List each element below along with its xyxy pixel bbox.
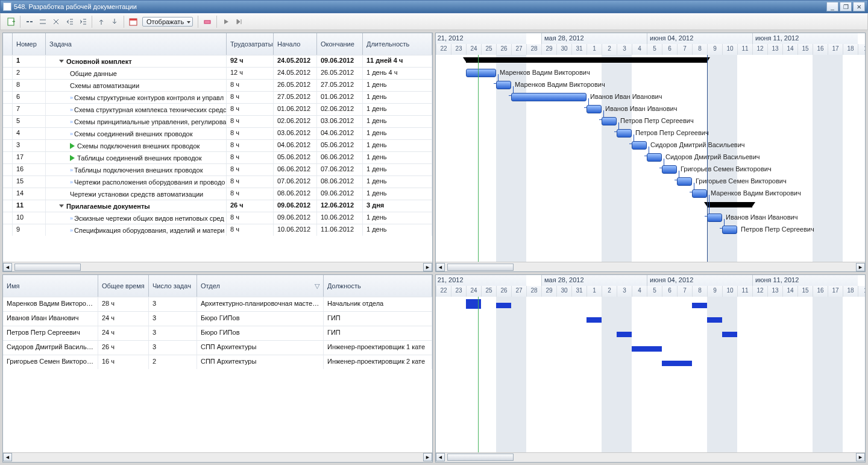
task-name[interactable]: »Схемы соединений внешних проводок (46, 128, 227, 139)
maximize-button[interactable]: ❐ (840, 2, 852, 11)
task-row[interactable]: 15»Чертежи расположения оборудования и п… (3, 176, 432, 188)
task-row[interactable]: 2Общие данные12 ч24.05.201226.05.20121 д… (3, 67, 432, 79)
close-button[interactable]: ✕ (853, 2, 865, 11)
indent-icon[interactable] (77, 16, 89, 28)
resource-row[interactable]: Петров Петр Сергеевич24 ч3Бюро ГИПовГИП (3, 326, 432, 340)
task-name[interactable]: Чертежи установки средств автоматизации (46, 188, 227, 200)
gantt-bar[interactable] (466, 69, 496, 77)
usage-bar[interactable] (662, 361, 677, 366)
play-icon[interactable] (220, 16, 232, 28)
move-down-icon[interactable] (108, 16, 121, 28)
usage-bar[interactable] (587, 317, 602, 323)
col-task[interactable]: Задача (46, 33, 227, 55)
col-end[interactable]: Окончание (317, 33, 363, 55)
scroll-thumb[interactable] (14, 264, 81, 271)
new-icon[interactable]: + (5, 16, 17, 28)
scroll-left-icon[interactable]: ◄ (3, 453, 12, 461)
filter-icon[interactable]: ▽ (315, 282, 319, 290)
task-name[interactable]: Схемы автоматизации (46, 80, 227, 91)
usage-bar[interactable] (632, 346, 647, 352)
task-row[interactable]: 4»Схемы соединений внешних проводок8 ч03… (3, 127, 432, 139)
scroll-left-icon[interactable]: ◄ (3, 263, 12, 271)
summary-bar[interactable] (707, 202, 752, 207)
row-handle[interactable] (3, 104, 13, 115)
display-combo[interactable]: Отображать (142, 17, 193, 27)
res-usage-scrollbar[interactable]: ◄ ► (436, 452, 865, 462)
calendar-icon[interactable] (127, 16, 139, 28)
col-name[interactable]: Имя (3, 275, 98, 297)
row-handle[interactable] (3, 140, 13, 151)
unlink-icon[interactable] (37, 16, 49, 28)
task-name[interactable]: Основной комплект (46, 55, 227, 67)
row-handle[interactable] (3, 188, 13, 200)
scroll-right-icon[interactable]: ► (423, 263, 432, 271)
scroll-right-icon[interactable]: ► (423, 453, 432, 461)
scroll-left-icon[interactable]: ◄ (436, 453, 445, 461)
col-position[interactable]: Должность (324, 275, 432, 297)
gantt-bar[interactable] (722, 226, 737, 234)
step-icon[interactable] (233, 16, 245, 28)
gantt-bar[interactable] (632, 141, 647, 150)
task-row[interactable]: 16»Таблицы подключения внешних проводок8… (3, 163, 432, 176)
row-handle[interactable] (3, 68, 13, 79)
move-up-icon[interactable] (95, 16, 107, 28)
scroll-right-icon[interactable]: ► (856, 263, 865, 271)
task-row[interactable]: 1Основной комплект92 ч24.05.201209.06.20… (3, 55, 432, 67)
gantt-bar[interactable] (496, 81, 511, 89)
row-handle[interactable] (3, 212, 13, 224)
scroll-thumb[interactable] (447, 264, 514, 271)
gantt-bar[interactable] (677, 177, 692, 186)
col-duration[interactable]: Длительность (363, 33, 432, 55)
row-handle[interactable] (3, 92, 13, 103)
usage-bar[interactable] (707, 317, 722, 323)
col-number[interactable]: Номер (13, 33, 46, 55)
resource-row[interactable]: Сидоров Дмитрий Васильевич26 ч3СПП Архит… (3, 340, 432, 355)
row-handle[interactable] (3, 55, 13, 67)
summary-bar[interactable] (466, 57, 707, 63)
gantt-scrollbar[interactable]: ◄ ► (436, 262, 865, 271)
col-effort[interactable]: Трудозатраты (227, 33, 274, 55)
task-row[interactable]: 8Схемы автоматизации8 ч26.05.201227.05.2… (3, 79, 432, 91)
cut-icon[interactable] (50, 16, 62, 28)
gantt-bar[interactable] (617, 129, 632, 138)
resource-row[interactable]: Иванов Иван Иванович24 ч3Бюро ГИПовГИП (3, 311, 432, 326)
task-row[interactable]: 6»Схемы структурные контуров контроля и … (3, 91, 432, 103)
gantt-bar[interactable] (707, 214, 722, 222)
row-handle[interactable] (3, 116, 13, 127)
task-name[interactable]: Схемы подключения внешних проводок (46, 140, 227, 151)
tasks-body[interactable]: 1Основной комплект92 ч24.05.201209.06.20… (3, 55, 432, 262)
resources-body[interactable]: Маренков Вадим Викторович28 ч3Архитектур… (3, 297, 432, 452)
usage-bar[interactable] (647, 346, 662, 352)
baseline-icon[interactable] (201, 16, 213, 28)
task-name[interactable]: »Схемы структурные контуров контроля и у… (46, 92, 227, 103)
gantt-bar[interactable] (662, 165, 677, 174)
row-handle[interactable] (3, 80, 13, 91)
col-start[interactable]: Начало (274, 33, 317, 55)
col-dept[interactable]: Отдел▽ (197, 275, 324, 297)
task-row[interactable]: 14Чертежи установки средств автоматизаци… (3, 188, 432, 200)
usage-bar[interactable] (496, 303, 511, 308)
task-row[interactable]: 3Схемы подключения внешних проводок8 ч04… (3, 139, 432, 151)
gantt-bar[interactable] (692, 189, 707, 198)
col-count[interactable]: Число задач (149, 275, 197, 297)
task-name[interactable]: »Чертежи расположения оборудования и про… (46, 176, 227, 188)
task-row[interactable]: 10»Эскизные чертежи общих видов нетиповы… (3, 212, 432, 224)
chevron-down-icon[interactable] (59, 60, 64, 63)
chevron-down-icon[interactable] (59, 204, 64, 207)
h-scrollbar[interactable]: ◄ ► (3, 262, 432, 271)
usage-bar[interactable] (466, 299, 481, 309)
col-total[interactable]: Общее время (98, 275, 149, 297)
gantt-bar[interactable] (587, 105, 602, 113)
scroll-thumb[interactable] (447, 454, 514, 461)
row-handle[interactable] (3, 224, 13, 236)
handle-column[interactable] (3, 33, 13, 55)
outdent-icon[interactable] (63, 16, 75, 28)
task-name[interactable]: »Спецификация оборудования, изделий и ма… (46, 224, 227, 236)
res-scrollbar[interactable]: ◄ ► (3, 452, 432, 462)
usage-bar[interactable] (677, 361, 692, 366)
task-name[interactable]: »Схемы принципиальные управления, регули… (46, 116, 227, 127)
task-name[interactable]: »Эскизные чертежи общих видов нетиповых … (46, 212, 227, 224)
task-row[interactable]: 11Прилагаемые документы26 ч09.06.201212.… (3, 200, 432, 212)
task-row[interactable]: 7»Схема структурная комплекса технически… (3, 103, 432, 115)
minimize-button[interactable]: _ (826, 2, 838, 11)
